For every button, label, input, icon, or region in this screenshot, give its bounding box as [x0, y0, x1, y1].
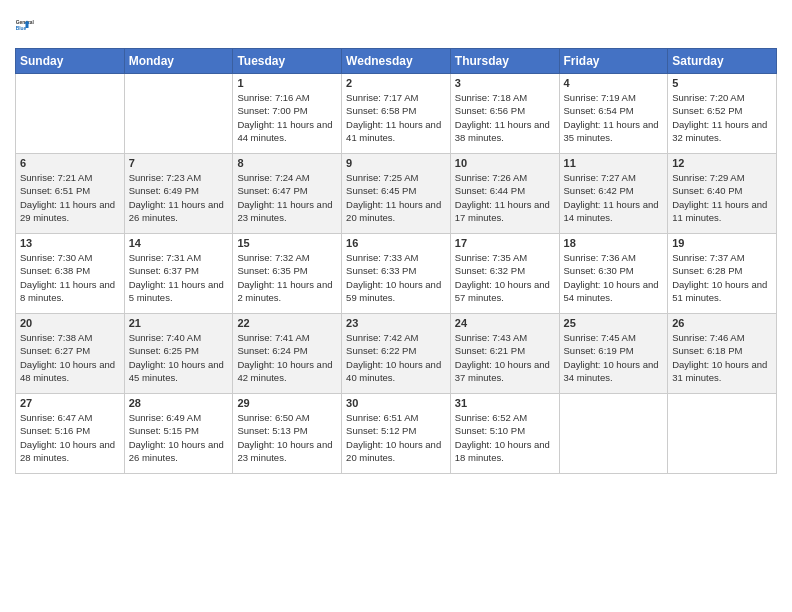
day-number: 14 — [129, 237, 229, 249]
day-number: 4 — [564, 77, 664, 89]
logo-icon: General Blue — [15, 10, 45, 40]
day-number: 9 — [346, 157, 446, 169]
day-cell: 26Sunrise: 7:46 AMSunset: 6:18 PMDayligh… — [668, 314, 777, 394]
weekday-header-tuesday: Tuesday — [233, 49, 342, 74]
day-cell: 27Sunrise: 6:47 AMSunset: 5:16 PMDayligh… — [16, 394, 125, 474]
svg-text:Blue: Blue — [16, 26, 27, 31]
day-number: 13 — [20, 237, 120, 249]
day-info: Sunrise: 6:49 AMSunset: 5:15 PMDaylight:… — [129, 411, 229, 464]
day-cell: 22Sunrise: 7:41 AMSunset: 6:24 PMDayligh… — [233, 314, 342, 394]
day-number: 7 — [129, 157, 229, 169]
day-info: Sunrise: 7:30 AMSunset: 6:38 PMDaylight:… — [20, 251, 120, 304]
day-number: 24 — [455, 317, 555, 329]
day-cell: 5Sunrise: 7:20 AMSunset: 6:52 PMDaylight… — [668, 74, 777, 154]
day-cell: 20Sunrise: 7:38 AMSunset: 6:27 PMDayligh… — [16, 314, 125, 394]
day-cell: 10Sunrise: 7:26 AMSunset: 6:44 PMDayligh… — [450, 154, 559, 234]
header: General Blue — [15, 10, 777, 40]
day-info: Sunrise: 7:19 AMSunset: 6:54 PMDaylight:… — [564, 91, 664, 144]
day-info: Sunrise: 7:45 AMSunset: 6:19 PMDaylight:… — [564, 331, 664, 384]
day-number: 18 — [564, 237, 664, 249]
day-cell: 6Sunrise: 7:21 AMSunset: 6:51 PMDaylight… — [16, 154, 125, 234]
day-info: Sunrise: 7:17 AMSunset: 6:58 PMDaylight:… — [346, 91, 446, 144]
day-number: 20 — [20, 317, 120, 329]
day-cell: 15Sunrise: 7:32 AMSunset: 6:35 PMDayligh… — [233, 234, 342, 314]
day-cell: 23Sunrise: 7:42 AMSunset: 6:22 PMDayligh… — [342, 314, 451, 394]
day-info: Sunrise: 7:46 AMSunset: 6:18 PMDaylight:… — [672, 331, 772, 384]
day-cell: 21Sunrise: 7:40 AMSunset: 6:25 PMDayligh… — [124, 314, 233, 394]
day-cell: 2Sunrise: 7:17 AMSunset: 6:58 PMDaylight… — [342, 74, 451, 154]
day-info: Sunrise: 6:52 AMSunset: 5:10 PMDaylight:… — [455, 411, 555, 464]
day-info: Sunrise: 7:29 AMSunset: 6:40 PMDaylight:… — [672, 171, 772, 224]
weekday-header-thursday: Thursday — [450, 49, 559, 74]
calendar-page: General Blue SundayMondayTuesdayWednesda… — [0, 0, 792, 612]
day-number: 25 — [564, 317, 664, 329]
day-cell: 13Sunrise: 7:30 AMSunset: 6:38 PMDayligh… — [16, 234, 125, 314]
day-info: Sunrise: 7:16 AMSunset: 7:00 PMDaylight:… — [237, 91, 337, 144]
day-number: 28 — [129, 397, 229, 409]
day-cell: 28Sunrise: 6:49 AMSunset: 5:15 PMDayligh… — [124, 394, 233, 474]
day-cell: 8Sunrise: 7:24 AMSunset: 6:47 PMDaylight… — [233, 154, 342, 234]
week-row-4: 27Sunrise: 6:47 AMSunset: 5:16 PMDayligh… — [16, 394, 777, 474]
day-number: 16 — [346, 237, 446, 249]
week-row-0: 1Sunrise: 7:16 AMSunset: 7:00 PMDaylight… — [16, 74, 777, 154]
weekday-header-saturday: Saturday — [668, 49, 777, 74]
day-number: 27 — [20, 397, 120, 409]
day-info: Sunrise: 7:20 AMSunset: 6:52 PMDaylight:… — [672, 91, 772, 144]
day-info: Sunrise: 7:43 AMSunset: 6:21 PMDaylight:… — [455, 331, 555, 384]
day-info: Sunrise: 7:23 AMSunset: 6:49 PMDaylight:… — [129, 171, 229, 224]
weekday-header-friday: Friday — [559, 49, 668, 74]
day-cell: 3Sunrise: 7:18 AMSunset: 6:56 PMDaylight… — [450, 74, 559, 154]
day-number: 22 — [237, 317, 337, 329]
weekday-header-row: SundayMondayTuesdayWednesdayThursdayFrid… — [16, 49, 777, 74]
day-info: Sunrise: 7:32 AMSunset: 6:35 PMDaylight:… — [237, 251, 337, 304]
day-cell: 18Sunrise: 7:36 AMSunset: 6:30 PMDayligh… — [559, 234, 668, 314]
day-cell: 30Sunrise: 6:51 AMSunset: 5:12 PMDayligh… — [342, 394, 451, 474]
day-cell — [559, 394, 668, 474]
day-cell: 9Sunrise: 7:25 AMSunset: 6:45 PMDaylight… — [342, 154, 451, 234]
day-info: Sunrise: 7:40 AMSunset: 6:25 PMDaylight:… — [129, 331, 229, 384]
day-info: Sunrise: 6:47 AMSunset: 5:16 PMDaylight:… — [20, 411, 120, 464]
day-cell: 17Sunrise: 7:35 AMSunset: 6:32 PMDayligh… — [450, 234, 559, 314]
day-cell: 14Sunrise: 7:31 AMSunset: 6:37 PMDayligh… — [124, 234, 233, 314]
day-number: 2 — [346, 77, 446, 89]
day-info: Sunrise: 6:50 AMSunset: 5:13 PMDaylight:… — [237, 411, 337, 464]
day-number: 19 — [672, 237, 772, 249]
day-cell: 25Sunrise: 7:45 AMSunset: 6:19 PMDayligh… — [559, 314, 668, 394]
weekday-header-sunday: Sunday — [16, 49, 125, 74]
day-cell — [668, 394, 777, 474]
day-number: 8 — [237, 157, 337, 169]
day-info: Sunrise: 7:21 AMSunset: 6:51 PMDaylight:… — [20, 171, 120, 224]
logo: General Blue — [15, 10, 45, 40]
day-number: 29 — [237, 397, 337, 409]
day-number: 23 — [346, 317, 446, 329]
day-number: 11 — [564, 157, 664, 169]
day-info: Sunrise: 7:37 AMSunset: 6:28 PMDaylight:… — [672, 251, 772, 304]
day-number: 6 — [20, 157, 120, 169]
day-info: Sunrise: 6:51 AMSunset: 5:12 PMDaylight:… — [346, 411, 446, 464]
day-cell — [16, 74, 125, 154]
day-cell: 29Sunrise: 6:50 AMSunset: 5:13 PMDayligh… — [233, 394, 342, 474]
day-number: 1 — [237, 77, 337, 89]
day-number: 3 — [455, 77, 555, 89]
day-number: 30 — [346, 397, 446, 409]
day-number: 10 — [455, 157, 555, 169]
week-row-1: 6Sunrise: 7:21 AMSunset: 6:51 PMDaylight… — [16, 154, 777, 234]
weekday-header-monday: Monday — [124, 49, 233, 74]
day-number: 21 — [129, 317, 229, 329]
day-number: 26 — [672, 317, 772, 329]
day-info: Sunrise: 7:41 AMSunset: 6:24 PMDaylight:… — [237, 331, 337, 384]
day-info: Sunrise: 7:42 AMSunset: 6:22 PMDaylight:… — [346, 331, 446, 384]
week-row-2: 13Sunrise: 7:30 AMSunset: 6:38 PMDayligh… — [16, 234, 777, 314]
day-number: 17 — [455, 237, 555, 249]
day-number: 12 — [672, 157, 772, 169]
day-cell — [124, 74, 233, 154]
day-info: Sunrise: 7:27 AMSunset: 6:42 PMDaylight:… — [564, 171, 664, 224]
day-cell: 31Sunrise: 6:52 AMSunset: 5:10 PMDayligh… — [450, 394, 559, 474]
day-cell: 12Sunrise: 7:29 AMSunset: 6:40 PMDayligh… — [668, 154, 777, 234]
day-cell: 16Sunrise: 7:33 AMSunset: 6:33 PMDayligh… — [342, 234, 451, 314]
week-row-3: 20Sunrise: 7:38 AMSunset: 6:27 PMDayligh… — [16, 314, 777, 394]
day-info: Sunrise: 7:31 AMSunset: 6:37 PMDaylight:… — [129, 251, 229, 304]
calendar-table: SundayMondayTuesdayWednesdayThursdayFrid… — [15, 48, 777, 474]
day-info: Sunrise: 7:18 AMSunset: 6:56 PMDaylight:… — [455, 91, 555, 144]
day-info: Sunrise: 7:26 AMSunset: 6:44 PMDaylight:… — [455, 171, 555, 224]
